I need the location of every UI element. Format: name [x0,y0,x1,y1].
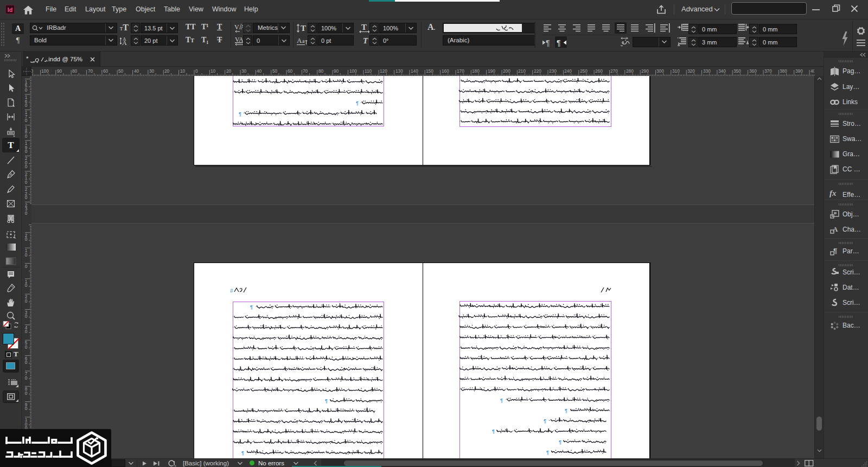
svg-text:80: 80 [72,68,78,74]
svg-text:130: 130 [395,68,403,74]
svg-text:70: 70 [88,68,93,74]
svg-text:300: 300 [656,68,664,74]
svg-text:90: 90 [334,68,339,74]
svg-text:110: 110 [365,68,372,74]
svg-text:350: 350 [733,68,741,74]
svg-text:320: 320 [687,68,695,74]
svg-text:a: a [302,38,305,44]
svg-text:0: 0 [25,180,28,185]
svg-text:120: 120 [380,68,387,74]
svg-text:T: T [361,23,367,31]
svg-text:0: 0 [25,118,28,123]
svg-text:80: 80 [318,68,324,74]
svg-text:30: 30 [149,68,155,74]
svg-text:210: 210 [518,68,526,74]
svg-text:330: 330 [703,68,711,74]
svg-text:0: 0 [25,195,28,200]
svg-text:40: 40 [257,68,262,74]
svg-text:0: 0 [25,375,28,381]
svg-text:0: 0 [25,360,28,365]
svg-text:A: A [297,36,302,44]
svg-text:10: 10 [180,68,186,74]
svg-text:50: 50 [272,68,278,74]
svg-text:0: 0 [25,344,28,350]
svg-text:0: 0 [25,264,28,269]
svg-text:10: 10 [210,68,216,74]
svg-text:VA: VA [235,36,244,43]
svg-text:390: 390 [795,68,803,74]
svg-text:0: 0 [25,149,28,154]
svg-text:190: 190 [488,68,495,74]
svg-text:0: 0 [25,87,28,93]
svg-text:220: 220 [534,68,541,74]
svg-text:160: 160 [442,68,449,74]
svg-text:270: 270 [610,68,618,74]
svg-text:240: 240 [564,68,572,74]
svg-text:310: 310 [672,68,680,74]
svg-text:100: 100 [41,68,49,74]
svg-text:0: 0 [25,329,28,334]
svg-text:230: 230 [549,68,557,74]
svg-text:60: 60 [288,68,293,74]
svg-text:260: 260 [595,68,603,74]
svg-text:0: 0 [25,133,28,139]
svg-text:150: 150 [426,68,433,74]
svg-text:0: 0 [25,406,28,411]
svg-text:20: 20 [164,68,170,74]
svg-text:40: 40 [134,68,139,74]
svg-text:0: 0 [25,314,28,319]
svg-text:140: 140 [411,68,418,74]
svg-text:0: 0 [25,103,28,108]
svg-text:200: 200 [503,68,510,74]
svg-text:0: 0 [25,164,28,169]
svg-text:V: V [234,23,239,31]
svg-text:340: 340 [718,68,726,74]
svg-text:70: 70 [303,68,308,74]
svg-text:180: 180 [472,68,480,74]
svg-text:360: 360 [749,68,757,74]
svg-text:20: 20 [226,68,232,74]
svg-text:280: 280 [626,68,634,74]
svg-text:0: 0 [25,298,28,304]
svg-text:T: T [363,36,368,45]
svg-text:60: 60 [103,68,108,74]
svg-text:90: 90 [57,68,62,74]
svg-text:170: 170 [457,68,464,74]
svg-text:370: 370 [764,68,772,74]
svg-text:A: A [122,39,127,46]
svg-text:250: 250 [580,68,588,74]
svg-text:400: 400 [810,68,814,74]
svg-text:¶: ¶ [557,39,561,47]
svg-text:380: 380 [780,68,787,74]
svg-text:30: 30 [241,68,247,74]
svg-text:0: 0 [25,283,28,288]
svg-text:0: 0 [25,391,28,396]
svg-text:100: 100 [349,68,357,74]
svg-text:0: 0 [25,252,28,258]
svg-text:0: 0 [195,68,198,74]
svg-text:290: 290 [641,68,649,74]
svg-text:0: 0 [25,236,28,242]
svg-text:¶: ¶ [546,39,550,47]
svg-text:T: T [301,24,306,33]
svg-text:50: 50 [118,68,124,74]
svg-text:0: 0 [25,210,28,216]
